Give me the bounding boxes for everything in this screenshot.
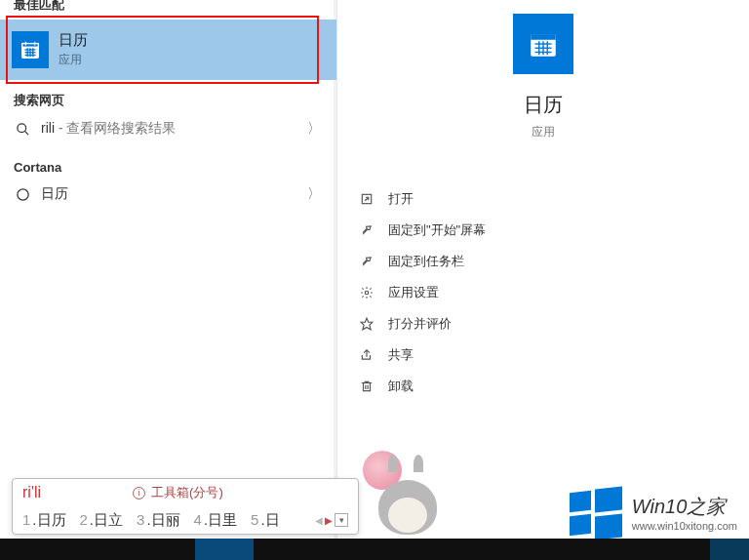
info-icon: i (133, 487, 145, 500)
ime-candidate-1[interactable]: 1.日历 (22, 511, 66, 530)
ime-prev-icon[interactable]: ◀ (315, 515, 323, 526)
svg-point-22 (365, 291, 369, 295)
action-label: 固定到任务栏 (388, 253, 464, 270)
search-icon (14, 122, 31, 137)
pin-start-icon (357, 223, 376, 237)
taskbar-tray[interactable] (710, 539, 749, 560)
ime-candidate-3[interactable]: 3.日丽 (137, 511, 180, 530)
app-subtitle: 应用 (532, 124, 555, 140)
action-label: 卸载 (388, 378, 414, 395)
best-match-subtitle: 应用 (59, 52, 88, 68)
best-match-item-calendar[interactable]: 日历 应用 (0, 20, 336, 80)
open-icon (357, 192, 376, 206)
ime-candidate-2[interactable]: 2.日立 (80, 511, 124, 530)
action-open[interactable]: 打开 (337, 183, 749, 215)
ime-candidates: 1.日历 2.日立 3.日丽 4.日里 5.日 ◀ ▶ ▾ (13, 506, 358, 534)
ime-dropdown-icon[interactable]: ▾ (335, 513, 348, 527)
action-label: 打分并评价 (388, 315, 452, 333)
action-label: 应用设置 (388, 284, 439, 301)
watermark-url: www.win10xitong.com (632, 520, 737, 532)
app-title: 日历 (524, 92, 563, 118)
taskbar-app[interactable] (195, 539, 254, 560)
ime-toolbox-hint[interactable]: i 工具箱(分号) (133, 484, 223, 501)
best-match-header: 最佳匹配 (0, 0, 336, 14)
action-label: 共享 (388, 346, 414, 364)
web-search-header: 搜索网页 (0, 92, 336, 109)
web-search-query: rili (41, 120, 55, 136)
calendar-icon (12, 31, 49, 68)
windows-logo-icon (570, 486, 622, 539)
star-icon (357, 317, 376, 331)
ime-toolbox-label: 工具箱(分号) (151, 484, 223, 501)
action-app-settings[interactable]: 应用设置 (337, 277, 749, 308)
trash-icon (357, 380, 376, 393)
pin-taskbar-icon (357, 255, 376, 268)
taskbar[interactable] (0, 539, 749, 560)
cortana-item-label: 日历 (41, 185, 68, 203)
ime-candidate-bar[interactable]: ri'li i 工具箱(分号) 1.日历 2.日立 3.日丽 4.日里 5.日 … (12, 478, 359, 535)
action-label: 打开 (388, 190, 414, 208)
svg-point-10 (17, 123, 25, 132)
svg-rect-1 (22, 44, 39, 48)
chevron-right-icon: 〉 (307, 120, 321, 138)
chevron-right-icon: 〉 (307, 185, 321, 203)
ime-input-text: ri'li (22, 484, 41, 501)
cortana-header: Cortana (0, 160, 336, 175)
gear-icon (357, 286, 376, 300)
web-search-text: rili - 查看网络搜索结果 (41, 120, 176, 138)
ime-candidate-5[interactable]: 5.日 (251, 511, 280, 530)
annotation-highlight (6, 16, 319, 84)
action-uninstall[interactable]: 卸载 (337, 371, 749, 402)
search-results-panel: 最佳匹配 日历 应用 搜索网页 r (0, 0, 336, 539)
svg-rect-14 (531, 34, 556, 40)
best-match-title: 日历 (59, 31, 88, 50)
action-pin-taskbar[interactable]: 固定到任务栏 (337, 246, 749, 277)
mascot-image (359, 447, 456, 535)
action-pin-start[interactable]: 固定到"开始"屏幕 (337, 215, 749, 246)
web-search-item[interactable]: rili - 查看网络搜索结果 〉 (0, 109, 336, 148)
svg-line-11 (24, 131, 28, 135)
cortana-circle-icon (14, 187, 31, 202)
action-share[interactable]: 共享 (337, 340, 749, 371)
action-rate-review[interactable]: 打分并评价 (337, 308, 749, 340)
watermark-title: Win10之家 (632, 494, 737, 520)
cortana-item-calendar[interactable]: 日历 〉 (0, 175, 336, 214)
ime-next-icon[interactable]: ▶ (325, 515, 333, 526)
watermark: Win10之家 www.win10xitong.com (570, 486, 737, 539)
action-label: 固定到"开始"屏幕 (388, 221, 486, 239)
web-search-suffix: - 查看网络搜索结果 (55, 120, 176, 136)
action-list: 打开 固定到"开始"屏幕 固定到任务栏 应用设置 打分并评价 共享 (337, 183, 749, 402)
ime-candidate-4[interactable]: 4.日里 (194, 511, 238, 530)
share-icon (357, 348, 376, 362)
svg-marker-23 (361, 318, 373, 330)
calendar-icon (513, 14, 573, 74)
svg-point-12 (17, 188, 27, 199)
